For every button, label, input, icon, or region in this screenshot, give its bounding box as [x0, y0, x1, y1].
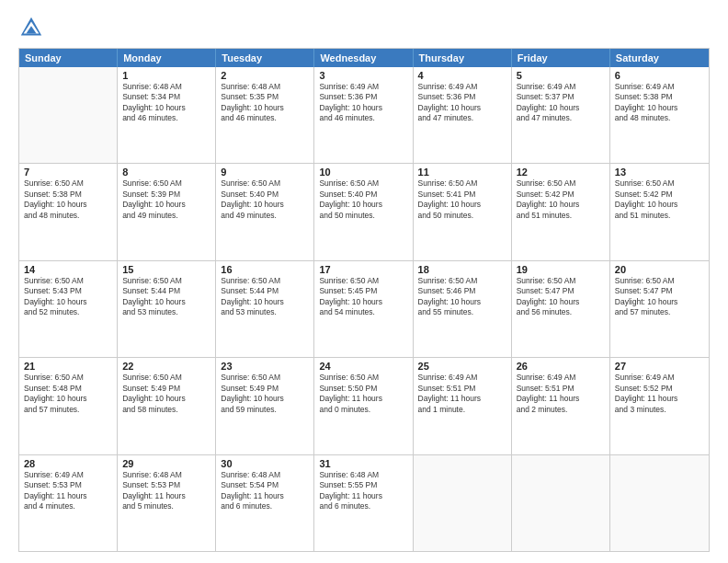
day-number: 27 [615, 361, 704, 372]
cell-line: and 6 minutes. [221, 501, 309, 511]
cell-line: and 0 minutes. [319, 405, 407, 415]
cal-header-cell: Sunday [19, 49, 118, 67]
cell-line: Sunrise: 6:50 AM [615, 178, 704, 189]
cell-line: Sunset: 5:36 PM [418, 92, 506, 102]
cell-line: Sunset: 5:55 PM [319, 480, 407, 490]
cell-line: Sunrise: 6:49 AM [615, 373, 704, 383]
cell-line: Sunrise: 6:50 AM [24, 373, 112, 383]
cal-cell: 23Sunrise: 6:50 AMSunset: 5:49 PMDayligh… [216, 358, 314, 454]
cell-line: Daylight: 10 hours [24, 200, 112, 210]
cal-cell: 6Sunrise: 6:49 AMSunset: 5:38 PMDaylight… [610, 67, 709, 163]
calendar-body: 1Sunrise: 6:48 AMSunset: 5:34 PMDaylight… [19, 67, 709, 551]
cal-cell [414, 455, 512, 551]
cal-cell: 27Sunrise: 6:49 AMSunset: 5:52 PMDayligh… [610, 358, 709, 454]
cell-line: and 46 minutes. [319, 113, 407, 123]
cell-line: Sunset: 5:49 PM [122, 384, 210, 394]
day-number: 4 [418, 70, 506, 81]
cell-line: and 2 minutes. [517, 405, 605, 415]
cell-line: Daylight: 10 hours [24, 297, 112, 307]
cell-line: Daylight: 10 hours [517, 297, 605, 307]
calendar-header: SundayMondayTuesdayWednesdayThursdayFrid… [19, 49, 709, 67]
header [18, 15, 710, 40]
cal-row: 7Sunrise: 6:50 AMSunset: 5:38 PMDaylight… [19, 163, 709, 259]
day-number: 1 [122, 70, 210, 81]
cell-line: and 49 minutes. [221, 211, 309, 221]
cell-line: Daylight: 11 hours [122, 491, 210, 501]
cal-cell: 21Sunrise: 6:50 AMSunset: 5:48 PMDayligh… [19, 358, 118, 454]
cell-line: Sunset: 5:54 PM [221, 480, 309, 490]
cell-line: Sunrise: 6:50 AM [418, 178, 506, 189]
cell-line: Sunset: 5:48 PM [24, 384, 112, 394]
cell-line: and 47 minutes. [418, 113, 506, 123]
cell-line: Daylight: 10 hours [615, 297, 704, 307]
calendar: SundayMondayTuesdayWednesdayThursdayFrid… [18, 48, 710, 552]
cell-line: Daylight: 10 hours [122, 200, 210, 210]
day-number: 10 [319, 167, 407, 178]
cell-line: Sunset: 5:47 PM [615, 286, 704, 296]
cell-line: and 5 minutes. [122, 501, 210, 511]
cell-line: Sunset: 5:40 PM [319, 190, 407, 200]
cell-line: and 6 minutes. [319, 501, 407, 511]
day-number: 25 [418, 361, 506, 372]
cal-cell: 20Sunrise: 6:50 AMSunset: 5:47 PMDayligh… [610, 261, 709, 357]
cell-line: Sunset: 5:37 PM [517, 92, 605, 102]
cal-cell: 2Sunrise: 6:48 AMSunset: 5:35 PMDaylight… [216, 67, 314, 163]
cell-line: Sunset: 5:39 PM [122, 190, 210, 200]
logo [18, 15, 48, 40]
cell-line: Sunrise: 6:50 AM [122, 178, 210, 189]
day-number: 6 [615, 70, 704, 81]
cal-cell: 17Sunrise: 6:50 AMSunset: 5:45 PMDayligh… [314, 261, 413, 357]
cell-line: and 57 minutes. [24, 405, 112, 415]
cell-line: and 48 minutes. [24, 211, 112, 221]
cal-cell: 4Sunrise: 6:49 AMSunset: 5:36 PMDaylight… [414, 67, 512, 163]
cell-line: Sunset: 5:38 PM [615, 92, 704, 102]
cell-line: Sunrise: 6:49 AM [615, 82, 704, 92]
cal-header-cell: Tuesday [216, 49, 314, 67]
cell-line: and 46 minutes. [221, 113, 309, 123]
day-number: 12 [517, 167, 605, 178]
cell-line: Sunset: 5:53 PM [122, 480, 210, 490]
day-number: 24 [319, 361, 407, 372]
cell-line: Sunrise: 6:50 AM [122, 373, 210, 383]
logo-icon [18, 15, 44, 40]
cell-line: Daylight: 10 hours [122, 297, 210, 307]
cell-line: Sunrise: 6:50 AM [221, 373, 309, 383]
cell-line: Sunrise: 6:48 AM [221, 82, 309, 92]
day-number: 29 [122, 458, 210, 469]
cell-line: Sunset: 5:45 PM [319, 286, 407, 296]
cell-line: and 50 minutes. [418, 211, 506, 221]
cal-header-cell: Wednesday [314, 49, 413, 67]
cal-cell [610, 455, 709, 551]
cell-line: and 52 minutes. [24, 307, 112, 317]
cell-line: Daylight: 10 hours [319, 200, 407, 210]
cell-line: Sunrise: 6:49 AM [418, 82, 506, 92]
cell-line: Sunset: 5:38 PM [24, 190, 112, 200]
cal-header-cell: Saturday [610, 49, 709, 67]
cell-line: Daylight: 10 hours [122, 394, 210, 404]
cell-line: Daylight: 11 hours [418, 394, 506, 404]
cell-line: Daylight: 10 hours [615, 103, 704, 113]
cell-line: Daylight: 10 hours [122, 103, 210, 113]
cal-row: 21Sunrise: 6:50 AMSunset: 5:48 PMDayligh… [19, 357, 709, 454]
cell-line: and 50 minutes. [319, 211, 407, 221]
cell-line: Sunset: 5:44 PM [221, 286, 309, 296]
cell-line: Sunrise: 6:50 AM [24, 178, 112, 189]
cell-line: Sunset: 5:42 PM [517, 190, 605, 200]
cal-header-cell: Thursday [414, 49, 512, 67]
cal-cell: 5Sunrise: 6:49 AMSunset: 5:37 PMDaylight… [512, 67, 610, 163]
cell-line: Sunrise: 6:49 AM [517, 82, 605, 92]
cal-cell: 24Sunrise: 6:50 AMSunset: 5:50 PMDayligh… [314, 358, 413, 454]
cell-line: Daylight: 11 hours [221, 491, 309, 501]
day-number: 26 [517, 361, 605, 372]
cal-row: 1Sunrise: 6:48 AMSunset: 5:34 PMDaylight… [19, 67, 709, 163]
cell-line: Daylight: 10 hours [221, 297, 309, 307]
day-number: 20 [615, 264, 704, 275]
cal-cell: 22Sunrise: 6:50 AMSunset: 5:49 PMDayligh… [118, 358, 216, 454]
cell-line: and 1 minute. [418, 405, 506, 415]
cal-cell: 28Sunrise: 6:49 AMSunset: 5:53 PMDayligh… [19, 455, 118, 551]
cal-cell: 11Sunrise: 6:50 AMSunset: 5:41 PMDayligh… [414, 164, 512, 259]
cell-line: Daylight: 10 hours [319, 103, 407, 113]
cell-line: Sunrise: 6:49 AM [319, 82, 407, 92]
calendar-page: SundayMondayTuesdayWednesdayThursdayFrid… [0, 0, 728, 563]
cell-line: and 3 minutes. [615, 405, 704, 415]
